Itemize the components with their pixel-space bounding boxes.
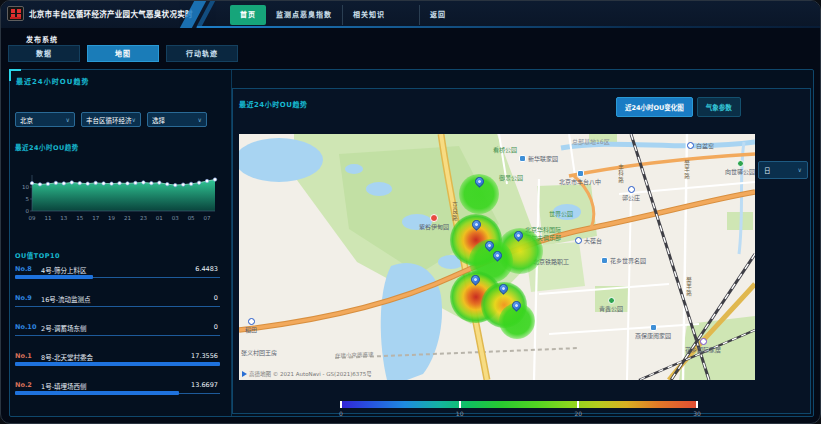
map-label-text: 白盆窑 [696,142,714,150]
ou-change-chart-button[interactable]: 近24小时OU变化图 [616,97,693,117]
legend-tick-label: 10 [456,410,464,417]
map-label-text: 花乡国际家居 [685,346,721,354]
station-name: 4号-筛分上料区 [41,265,86,275]
data-point [189,182,192,185]
data-point [54,181,57,184]
poi-icon [601,257,608,264]
top-nav: 首页监测点恶臭指数相关知识返回 [230,4,456,25]
map-label-text: 新华联家园 [528,155,558,163]
data-point [197,181,200,184]
ou-trend-chart: 0510091113151719212301030507 [14,170,220,222]
data-point [205,179,208,182]
data-point [134,181,137,184]
map-label: 大葆台 [575,237,602,245]
poi-icon [650,324,657,331]
top-list-item[interactable]: No.102号-调蓄场东侧0 [15,320,220,349]
value-bar [15,275,93,279]
nav-tab-home[interactable]: 首页 [230,5,266,25]
map-label: 看桥公园 [493,146,517,154]
map-label-text: 大葆台 [584,237,602,245]
value-bar [15,391,179,395]
sidebar: 北京∨丰台区循环经济产∨选择∨ 最近24小时OU趋势 0510091113151… [10,70,232,416]
legend-tick [340,401,342,408]
map-panel: 最近24小时OU趋势 近24小时OU变化图气象参数 日 ∨ [232,88,811,414]
data-point [94,181,97,184]
period-select-value: 日 [764,165,771,175]
park-select[interactable]: 丰台区循环经济产∨ [81,112,141,127]
station-name: 1号-填埋场西侧 [41,381,86,391]
park-select-value: 丰台区循环经济产 [86,115,132,125]
data-point [46,182,49,185]
map-label: 总部基地16区 [572,138,610,146]
nav-tab-back[interactable]: 返回 [419,5,456,25]
top-list-title: OU值TOP10 [15,250,60,260]
map-label: 樊羊路 [683,160,690,180]
legend-tick [696,401,698,408]
map-label: 郭公庄 [622,186,640,202]
period-select[interactable]: 日 ∨ [758,161,808,179]
map-label-text: 花乡世界名园 [610,257,646,265]
station-name: 2号-调蓄场东侧 [41,323,86,333]
data-point [158,181,161,184]
map-canvas[interactable]: 总部基地16区看桥公园新华联家园白盆窑向世驿公园御景公园北京市丰台八中郭公庄樊羊… [239,134,755,380]
top-list-item[interactable]: No.18号-北天堂村委会17.3556 [15,349,220,378]
row-divider [15,306,220,307]
ou-trend-chart-title: 最近24小时OU趋势 [15,142,79,152]
map-label: 紫谷伊甸园 [419,214,449,231]
top-list-item[interactable]: No.21号-填埋场西侧13.6697 [15,378,220,407]
map-label: 丰科路 [617,164,624,184]
header-divider-line [197,26,820,28]
city-select-value: 北京 [20,115,33,125]
data-point [142,181,145,184]
ou-value: 17.3556 [191,352,218,360]
city-select[interactable]: 北京∨ [15,112,75,127]
legend-tick-label: 20 [575,410,583,417]
top-list-item[interactable]: No.84号-筛分上料区6.4483 [15,262,220,291]
map-label: 花乡世界名园 [601,257,646,265]
metro-icon [628,186,635,193]
red-marker-icon [430,214,438,222]
map-label: 燕保康阅家园 [635,324,671,340]
x-tick-label: 23 [140,215,147,221]
ou-value: 6.4483 [195,265,218,273]
rank-label: No.8 [15,265,32,273]
metro-icon [687,142,694,149]
data-point [174,183,177,186]
data-point [118,181,121,184]
chevron-down-icon: ∨ [66,117,70,123]
map-label: 樊羊路 [685,277,692,297]
tab-track[interactable]: 行动轨迹 [166,45,238,62]
nav-tab-odor-index[interactable]: 监测点恶臭指数 [266,5,342,25]
x-tick-label: 05 [188,215,195,221]
data-point [102,182,105,185]
legend-tick-label: 30 [693,410,701,417]
data-point [62,182,65,185]
map-label-text: 稻田 [245,326,257,334]
metro-icon [248,318,255,325]
station-select[interactable]: 选择∨ [147,112,207,127]
top-header: 北京市丰台区循环经济产业园大气恶臭状况实时 首页监测点恶臭指数相关知识返回 [1,1,820,28]
heat-legend: 0102030 [340,401,698,417]
main-panel: 最近24小时OU趋势 北京∨丰台区循环经济产∨选择∨ 最近24小时OU趋势 05… [9,69,814,417]
x-tick-label: 03 [172,215,179,221]
tab-data[interactable]: 数据 [8,45,80,62]
y-tick-label: 0 [26,208,30,214]
data-point [126,182,129,185]
legend-tick [577,401,579,408]
data-point [78,181,81,184]
row-divider [15,335,220,336]
map-label-text: 郭公庄 [622,194,640,202]
amap-logo-icon [242,371,247,377]
map-label: 世界公园 [549,210,573,218]
ou-value: 13.6697 [191,381,218,389]
map-label: 青鑫公园 [599,297,623,313]
poi-icon [700,338,707,345]
filter-bar: 北京∨丰台区循环经济产∨选择∨ [15,112,207,127]
x-tick-label: 17 [92,215,99,221]
x-tick-label: 01 [156,215,163,221]
tab-map[interactable]: 地图 [87,45,159,62]
weather-params-button[interactable]: 气象参数 [697,97,741,117]
nav-tab-knowledge[interactable]: 相关知识 [342,5,395,25]
top-list: No.84号-筛分上料区6.4483No.916号-流动监测点0No.102号-… [15,262,220,416]
top-list-item[interactable]: No.916号-流动监测点0 [15,291,220,320]
